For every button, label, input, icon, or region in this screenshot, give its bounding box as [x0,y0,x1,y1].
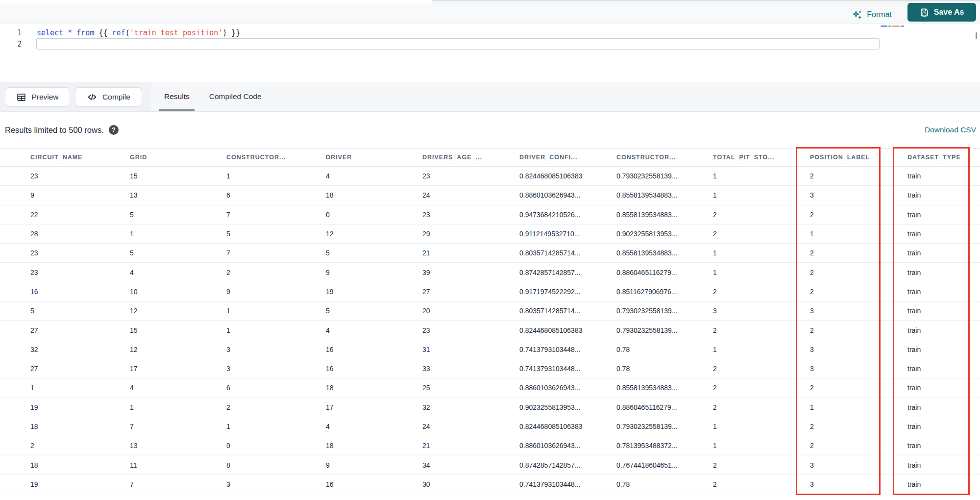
download-csv-link[interactable]: Download CSV [925,125,976,134]
table-cell: 12 [130,307,226,315]
table-cell: 28 [30,230,130,238]
code-brackets-icon [87,92,98,102]
table-cell: 2 [810,423,907,430]
editor-scrollbar-marker[interactable] [976,32,977,39]
table-cell: 2 [713,403,810,411]
table-cell: 5 [130,249,226,257]
code-token: from [76,28,94,37]
table-cell: train [907,230,980,238]
table-cell: 0.9023255813953... [616,230,713,238]
table-cell: 3 [810,191,907,199]
table-cell: 0.78 [616,365,713,373]
format-button[interactable]: Format [852,9,892,21]
code-token [63,28,68,37]
table-cell: 12 [130,346,226,353]
compile-button[interactable]: Compile [75,87,142,107]
table-cell: 17 [130,365,226,373]
table-cell: 18 [326,384,422,392]
table-cell: 9 [326,461,422,469]
table-cell: 2 [30,442,130,450]
table-row: 23575210.8035714285714...0.8558139534883… [0,244,980,263]
table-cell: 23 [422,211,519,219]
preview-button[interactable]: Preview [5,87,70,107]
table-cell: 0.7413793103448... [519,480,616,488]
table-cell: 2 [810,442,907,450]
table-cell: 0.8860103626943... [519,442,616,450]
table-cell: 1 [713,269,810,276]
table-cell: 11 [130,461,226,469]
table-cell: 4 [326,423,422,430]
table-cell: 1 [713,249,810,257]
table-cell: 5 [326,307,422,315]
table-cell: 1 [810,403,907,411]
tab-compiled-code[interactable]: Compiled Code [204,82,267,111]
table-cell: 0 [226,442,326,450]
table-cell: 0.9112149532710... [519,230,616,238]
table-row: 14618250.8860103626943...0.8558139534883… [0,378,980,398]
results-table: CIRCUIT_NAMEGRIDCONSTRUCTOR...DRIVERDRIV… [0,148,980,494]
table-row: 271514230.8244680851063830.7930232558139… [0,321,980,340]
table-body: 231514230.8244680851063830.7930232558139… [0,167,980,494]
table-cell: 2 [810,384,907,392]
sql-code-line[interactable]: select * from {{ ref('train_test_positio… [37,27,880,39]
table-row: 2717316330.7413793103448...0.7823train [0,359,980,378]
table-cell: 1 [713,442,810,450]
save-as-button[interactable]: Save As [907,3,976,22]
table-cell: 0.8558139534883... [616,384,713,392]
table-cell: 0.8860103626943... [519,191,616,199]
help-icon[interactable]: ? [109,125,119,135]
table-cell: train [907,384,980,392]
table-cell: 3 [810,480,907,488]
table-cell: train [907,480,980,488]
table-header-row: CIRCUIT_NAMEGRIDCONSTRUCTOR...DRIVERDRIV… [0,148,980,167]
table-cell: 18 [326,442,422,450]
column-header: DATASET_TYPE [907,154,980,161]
table-cell: 3 [810,346,907,353]
table-cell: 16 [326,480,422,488]
table-cell: 18 [326,191,422,199]
table-cell: 22 [30,211,130,219]
table-cell: 6 [226,191,326,199]
editor-toolbar: Format Save As [0,4,980,24]
table-cell: 2 [713,230,810,238]
table-row: 18714240.8244680851063830.7930232558139.… [0,417,980,436]
table-cell: 0.8558139534883... [616,249,713,257]
table-cell: train [907,423,980,430]
table-cell: 0.8860465116279... [616,269,713,276]
sparkles-icon [852,10,862,20]
table-cell: 0.9473684210526... [519,211,616,219]
table-cell: 4 [130,269,226,276]
results-toolbar: Preview Compile ResultsCompiled Code [0,82,980,112]
sql-editor[interactable]: 12 select * from {{ ref('train_test_posi… [0,24,980,82]
table-cell: train [907,172,980,180]
results-tabs: ResultsCompiled Code [159,82,267,111]
table-cell: 0.8742857142857... [519,269,616,276]
table-cell: train [907,191,980,199]
table-cell: 0.9023255813953... [519,403,616,411]
table-cell: 16 [30,288,130,296]
table-cell: 0.7674418604651... [616,461,713,469]
table-cell: 2 [226,403,326,411]
column-header: DRIVER_CONFI... [519,154,616,161]
table-cell: 1 [713,191,810,199]
table-cell: 5 [326,249,422,257]
line-number: 2 [0,39,22,50]
table-cell: 2 [713,288,810,296]
table-cell: 29 [422,230,519,238]
table-cell: 7 [130,480,226,488]
editor-minimap[interactable] [881,25,910,27]
results-meta-bar: Results limited to 500 rows. ? Download … [0,112,980,148]
table-cell: 3 [810,307,907,315]
table-cell: 0.7413793103448... [519,365,616,373]
table-cell: 9 [30,191,130,199]
table-cell: 17 [326,403,422,411]
tab-results[interactable]: Results [159,82,195,111]
table-cell: 0.78 [616,346,713,353]
table-cell: 23 [422,172,519,180]
table-cell: 0.7930232558139... [616,423,713,430]
table-cell: 0.824468085106383 [519,172,616,180]
tab-label: Results [164,92,190,101]
table-cell: 0.7930232558139... [616,326,713,334]
table-cell: 21 [422,442,519,450]
table-cell: 34 [422,461,519,469]
